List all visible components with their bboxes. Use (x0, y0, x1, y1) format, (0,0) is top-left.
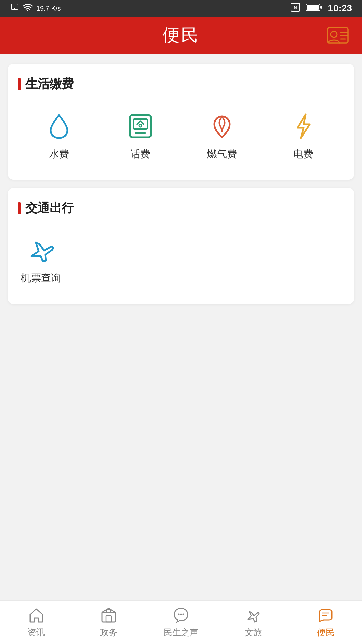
svg-point-20 (178, 614, 180, 615)
living-payments-title: 生活缴费 (18, 76, 344, 92)
time-display: 10:23 (328, 3, 352, 14)
travel-icon (245, 606, 262, 624)
phone-bill-icon (125, 111, 156, 141)
service-icon (317, 606, 335, 624)
transport-grid: 机票查询 (18, 230, 344, 290)
electric-icon (288, 111, 318, 141)
flight-item[interactable]: 机票查询 (18, 230, 64, 290)
main-content: 生活缴费 水费 (0, 54, 362, 457)
svg-rect-6 (320, 6, 322, 9)
svg-rect-7 (307, 5, 319, 10)
nav-item-travel[interactable]: 文旅 (217, 602, 290, 642)
electric-label: 电费 (293, 147, 313, 161)
gas-item[interactable]: 燃气费 (181, 106, 262, 166)
nav-gov-label: 政务 (100, 627, 117, 638)
nav-item-news[interactable]: 资讯 (0, 602, 72, 642)
bottom-nav: 资讯 政务 民生之声 文旅 (0, 600, 362, 644)
app-header: 便民 (0, 17, 362, 54)
spacer (0, 457, 362, 600)
nfc-icon: N (290, 3, 300, 14)
svg-point-15 (139, 124, 142, 127)
wifi-icon (23, 3, 33, 13)
gov-icon (100, 606, 117, 624)
nav-service-label: 便民 (317, 627, 335, 638)
phone-bill-item[interactable]: 话费 (100, 106, 181, 166)
title-bar-decoration (18, 78, 21, 90)
flight-icon (26, 235, 56, 265)
transport-title: 交通出行 (18, 200, 344, 216)
svg-point-1 (14, 8, 15, 9)
water-item[interactable]: 水费 (18, 106, 100, 166)
battery-icon (306, 3, 322, 14)
nav-travel-label: 文旅 (245, 627, 262, 638)
electric-item[interactable]: 电费 (262, 106, 344, 166)
speed-text: 19.7 K/s (36, 4, 61, 12)
nav-item-voice[interactable]: 民生之声 (145, 602, 217, 642)
page-title: 便民 (162, 23, 200, 47)
svg-text:N: N (294, 5, 297, 10)
svg-point-2 (27, 10, 28, 11)
home-icon (27, 606, 45, 624)
transport-card: 交通出行 机票查询 (8, 188, 354, 304)
svg-point-22 (183, 614, 184, 615)
svg-rect-17 (102, 612, 115, 622)
water-icon (44, 111, 74, 141)
contact-card-icon[interactable] (327, 26, 349, 44)
title-bar-decoration-2 (18, 202, 21, 214)
status-right: N 10:23 (290, 3, 352, 14)
living-payments-card: 生活缴费 水费 (8, 64, 354, 180)
svg-point-21 (180, 614, 182, 615)
nav-voice-label: 民生之声 (164, 627, 198, 638)
chat-icon (172, 606, 190, 624)
flight-label: 机票查询 (21, 271, 61, 285)
water-label: 水费 (49, 147, 69, 161)
status-left: 19.7 K/s (10, 3, 61, 14)
nav-item-gov[interactable]: 政务 (72, 602, 145, 642)
phone-bill-label: 话费 (130, 147, 150, 161)
notification-icon (10, 3, 19, 14)
nav-news-label: 资讯 (27, 627, 45, 638)
status-bar: 19.7 K/s N 10:23 (0, 0, 362, 17)
gas-label: 燃气费 (207, 147, 237, 161)
living-payments-grid: 水费 话费 (18, 106, 344, 166)
gas-icon (207, 111, 237, 141)
svg-point-9 (331, 31, 337, 37)
nav-item-service[interactable]: 便民 (290, 602, 362, 642)
svg-rect-18 (106, 616, 111, 622)
